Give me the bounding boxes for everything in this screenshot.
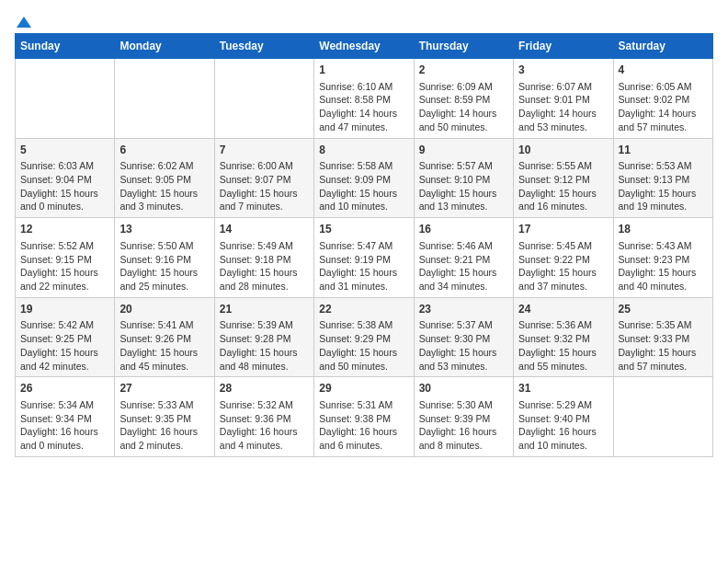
day-number: 14 xyxy=(220,222,309,237)
day-number: 5 xyxy=(20,143,109,158)
day-cell: 3Sunrise: 6:07 AMSunset: 9:01 PMDaylight… xyxy=(514,59,613,139)
day-number: 27 xyxy=(119,381,209,396)
week-row-1: 1Sunrise: 6:10 AMSunset: 8:58 PMDaylight… xyxy=(16,59,713,139)
sunset-text: Sunset: 9:29 PM xyxy=(319,332,408,346)
daylight-text: Daylight: 14 hours and 57 minutes. xyxy=(619,107,708,133)
sunset-text: Sunset: 9:39 PM xyxy=(419,412,508,426)
sunset-text: Sunset: 9:15 PM xyxy=(20,253,109,267)
day-cell: 1Sunrise: 6:10 AMSunset: 8:58 PMDaylight… xyxy=(314,59,414,139)
daylight-text: Daylight: 15 hours and 22 minutes. xyxy=(20,266,109,293)
daylight-text: Daylight: 15 hours and 45 minutes. xyxy=(119,346,209,373)
daylight-text: Daylight: 15 hours and 37 minutes. xyxy=(518,266,608,293)
sunrise-text: Sunrise: 5:30 AM xyxy=(419,398,508,412)
day-number: 11 xyxy=(619,143,708,158)
day-cell: 4Sunrise: 6:05 AMSunset: 9:02 PMDaylight… xyxy=(613,59,712,139)
sunrise-text: Sunrise: 5:38 AM xyxy=(319,318,408,332)
weekday-monday: Monday xyxy=(115,34,214,59)
sunrise-text: Sunrise: 5:52 AM xyxy=(20,239,109,253)
day-number: 31 xyxy=(518,381,608,396)
weekday-friday: Friday xyxy=(514,34,613,59)
day-number: 6 xyxy=(119,143,209,158)
day-number: 22 xyxy=(319,302,408,317)
day-number: 20 xyxy=(119,302,209,317)
day-number: 13 xyxy=(119,222,209,237)
day-cell: 2Sunrise: 6:09 AMSunset: 8:59 PMDaylight… xyxy=(414,59,513,139)
day-cell: 22Sunrise: 5:38 AMSunset: 9:29 PMDayligh… xyxy=(314,297,414,377)
daylight-text: Daylight: 15 hours and 0 minutes. xyxy=(20,187,109,213)
sunset-text: Sunset: 9:33 PM xyxy=(619,332,708,346)
daylight-text: Daylight: 15 hours and 13 minutes. xyxy=(419,187,508,213)
week-row-3: 12Sunrise: 5:52 AMSunset: 9:15 PMDayligh… xyxy=(16,218,713,298)
daylight-text: Daylight: 15 hours and 10 minutes. xyxy=(319,187,408,213)
sunset-text: Sunset: 9:19 PM xyxy=(319,253,408,267)
day-number: 17 xyxy=(518,222,608,237)
daylight-text: Daylight: 15 hours and 50 minutes. xyxy=(319,346,408,373)
sunset-text: Sunset: 9:30 PM xyxy=(419,332,508,346)
sunset-text: Sunset: 9:16 PM xyxy=(119,253,209,267)
day-cell: 28Sunrise: 5:32 AMSunset: 9:36 PMDayligh… xyxy=(214,377,313,457)
day-number: 21 xyxy=(220,302,309,317)
sunset-text: Sunset: 8:58 PM xyxy=(319,93,408,107)
sunset-text: Sunset: 9:35 PM xyxy=(119,412,209,426)
day-number: 29 xyxy=(319,381,408,396)
sunset-text: Sunset: 9:22 PM xyxy=(518,253,608,267)
day-cell: 7Sunrise: 6:00 AMSunset: 9:07 PMDaylight… xyxy=(214,138,313,218)
sunrise-text: Sunrise: 5:53 AM xyxy=(619,159,708,173)
sunset-text: Sunset: 9:38 PM xyxy=(319,412,408,426)
day-number: 8 xyxy=(319,143,408,158)
sunrise-text: Sunrise: 5:43 AM xyxy=(619,239,708,253)
sunrise-text: Sunrise: 5:39 AM xyxy=(220,318,309,332)
day-cell: 11Sunrise: 5:53 AMSunset: 9:13 PMDayligh… xyxy=(613,138,712,218)
daylight-text: Daylight: 15 hours and 16 minutes. xyxy=(518,187,608,213)
sunset-text: Sunset: 9:40 PM xyxy=(518,412,608,426)
daylight-text: Daylight: 15 hours and 19 minutes. xyxy=(619,187,708,213)
sunset-text: Sunset: 9:21 PM xyxy=(419,253,508,267)
day-number: 3 xyxy=(518,63,608,78)
day-number: 30 xyxy=(419,381,508,396)
sunset-text: Sunset: 9:26 PM xyxy=(119,332,209,346)
day-cell: 24Sunrise: 5:36 AMSunset: 9:32 PMDayligh… xyxy=(514,297,613,377)
day-cell: 26Sunrise: 5:34 AMSunset: 9:34 PMDayligh… xyxy=(16,377,115,457)
sunrise-text: Sunrise: 5:34 AM xyxy=(20,398,109,412)
daylight-text: Daylight: 15 hours and 42 minutes. xyxy=(20,346,109,373)
sunrise-text: Sunrise: 5:58 AM xyxy=(319,159,408,173)
day-cell: 12Sunrise: 5:52 AMSunset: 9:15 PMDayligh… xyxy=(16,218,115,298)
daylight-text: Daylight: 15 hours and 34 minutes. xyxy=(419,266,508,293)
day-number: 28 xyxy=(220,381,309,396)
daylight-text: Daylight: 15 hours and 7 minutes. xyxy=(220,187,309,213)
week-row-4: 19Sunrise: 5:42 AMSunset: 9:25 PMDayligh… xyxy=(16,297,713,377)
day-number: 7 xyxy=(220,143,309,158)
weekday-wednesday: Wednesday xyxy=(314,34,414,59)
sunset-text: Sunset: 9:09 PM xyxy=(319,173,408,187)
day-cell: 16Sunrise: 5:46 AMSunset: 9:21 PMDayligh… xyxy=(414,218,513,298)
daylight-text: Daylight: 15 hours and 3 minutes. xyxy=(119,187,209,213)
sunset-text: Sunset: 9:36 PM xyxy=(220,412,309,426)
day-cell: 5Sunrise: 6:03 AMSunset: 9:04 PMDaylight… xyxy=(16,138,115,218)
logo xyxy=(15,15,33,26)
sunset-text: Sunset: 9:25 PM xyxy=(20,332,109,346)
daylight-text: Daylight: 15 hours and 25 minutes. xyxy=(119,266,209,293)
sunrise-text: Sunrise: 5:57 AM xyxy=(419,159,508,173)
day-number: 2 xyxy=(419,63,508,78)
week-row-5: 26Sunrise: 5:34 AMSunset: 9:34 PMDayligh… xyxy=(16,377,713,457)
day-cell: 6Sunrise: 6:02 AMSunset: 9:05 PMDaylight… xyxy=(115,138,214,218)
sunrise-text: Sunrise: 5:45 AM xyxy=(518,239,608,253)
day-number: 24 xyxy=(518,302,608,317)
daylight-text: Daylight: 16 hours and 6 minutes. xyxy=(319,425,408,452)
daylight-text: Daylight: 16 hours and 4 minutes. xyxy=(220,425,309,452)
sunrise-text: Sunrise: 5:50 AM xyxy=(119,239,209,253)
day-cell: 30Sunrise: 5:30 AMSunset: 9:39 PMDayligh… xyxy=(414,377,513,457)
daylight-text: Daylight: 15 hours and 57 minutes. xyxy=(619,346,708,373)
sunset-text: Sunset: 9:02 PM xyxy=(619,93,708,107)
day-number: 16 xyxy=(419,222,508,237)
day-number: 1 xyxy=(319,63,408,78)
day-cell: 29Sunrise: 5:31 AMSunset: 9:38 PMDayligh… xyxy=(314,377,414,457)
daylight-text: Daylight: 15 hours and 31 minutes. xyxy=(319,266,408,293)
sunrise-text: Sunrise: 5:41 AM xyxy=(119,318,209,332)
daylight-text: Daylight: 16 hours and 2 minutes. xyxy=(119,425,209,452)
daylight-text: Daylight: 15 hours and 40 minutes. xyxy=(619,266,708,293)
day-number: 12 xyxy=(20,222,109,237)
sunset-text: Sunset: 9:04 PM xyxy=(20,173,109,187)
daylight-text: Daylight: 15 hours and 28 minutes. xyxy=(220,266,309,293)
day-cell xyxy=(16,59,115,139)
